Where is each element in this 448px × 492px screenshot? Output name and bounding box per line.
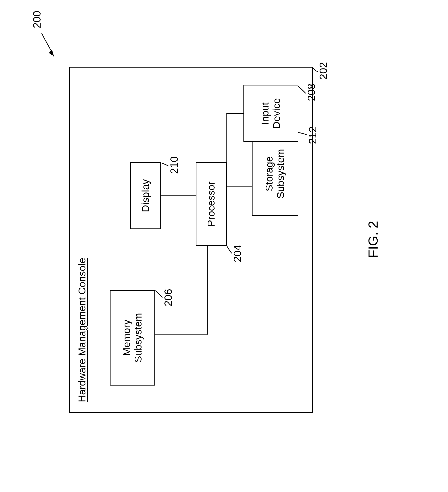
figure-caption: FIG. 2 <box>365 221 381 258</box>
block-memory-label: Memory Subsystem <box>121 313 144 363</box>
container-title: Hardware Management Console <box>76 258 88 402</box>
container-ref: 202 <box>317 62 329 80</box>
block-memory-ref: 206 <box>162 289 174 306</box>
figure-ref: 200 <box>31 11 43 28</box>
block-processor-ref: 204 <box>232 245 244 262</box>
svg-marker-6 <box>49 49 54 56</box>
block-display-label: Display <box>140 179 151 212</box>
block-storage-ref: 212 <box>307 126 319 144</box>
block-processor-label: Processor <box>205 181 217 226</box>
block-input-ref: 208 <box>305 83 317 101</box>
block-memory: Memory Subsystem <box>110 290 155 386</box>
block-storage-label: Storage Subsystem <box>264 149 287 199</box>
block-processor: Processor <box>196 162 227 246</box>
diagram-canvas: 200 Hardware Management Console 202 Stor… <box>0 0 448 492</box>
block-input: Input Device <box>244 85 298 142</box>
block-storage: Storage Subsystem <box>252 131 298 216</box>
block-display: Display <box>130 162 161 229</box>
block-display-ref: 210 <box>168 156 180 174</box>
block-input-label: Input Device <box>259 98 283 129</box>
